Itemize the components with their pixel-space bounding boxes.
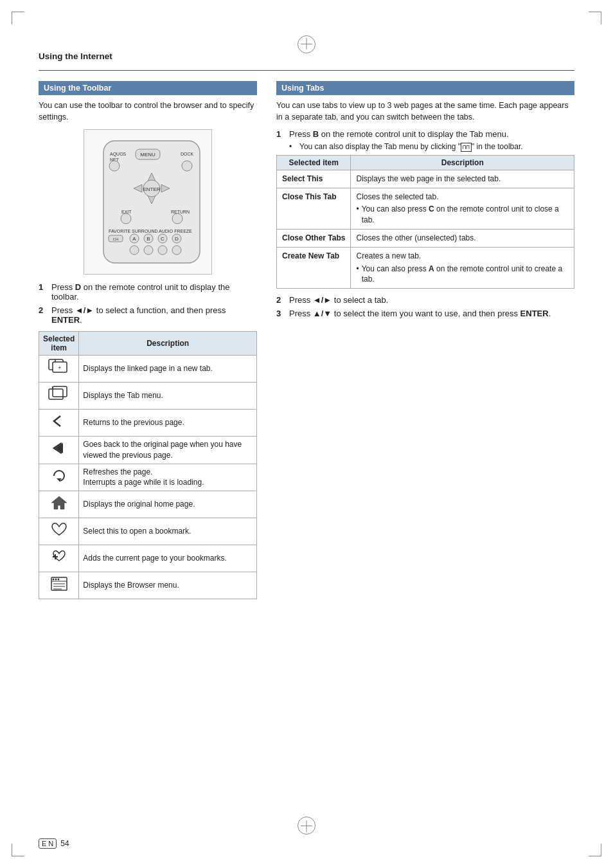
toolbar-step-2-text: Press ◄/► to select a function, and then… — [51, 305, 257, 325]
step-num-1: 1 — [39, 282, 48, 302]
svg-point-50 — [57, 579, 59, 581]
tabs-step-1-text: Press B on the remote control unit to di… — [289, 129, 574, 139]
toolbar-step-1-text: Press D on the remote control unit to di… — [51, 282, 257, 302]
original-page-icon — [48, 439, 71, 457]
footer-badge-n: N — [48, 840, 53, 847]
tabs-step-2-text: Press ◄/► to select a tab. — [289, 295, 574, 305]
tabs-desc-4-bullet: • You can also press A on the remote con… — [356, 264, 569, 285]
tabs-item-1: Select This — [277, 170, 351, 188]
tabs-desc-4: Creates a new tab. • You can also press … — [351, 247, 574, 288]
table-row: Select This Displays the web page in the… — [277, 170, 574, 188]
toolbar-table: Selected item Description + — [39, 331, 257, 599]
svg-text:FAVORITE SURROUND AUDIO FREEZE: FAVORITE SURROUND AUDIO FREEZE — [109, 229, 192, 233]
page-content: Using the Internet Using the Toolbar You… — [39, 51, 574, 606]
page-footer: E N 54 — [39, 838, 574, 849]
table-row: Refreshes the page.Interrupts a page whi… — [39, 464, 257, 491]
toolbar-desc-4: Goes back to the original page when you … — [79, 437, 257, 464]
table-row: Displays the Tab menu. — [39, 383, 257, 410]
svg-rect-37 — [49, 389, 63, 399]
svg-text:D: D — [175, 236, 179, 242]
svg-text:RETURN: RETURN — [171, 210, 190, 214]
tabs-item-3: Close Other Tabs — [277, 229, 351, 247]
toolbar-desc-6: Displays the original home page. — [79, 491, 257, 518]
tabs-step-2: 2 Press ◄/► to select a tab. — [276, 295, 574, 305]
tabs-item-2: Close This Tab — [277, 188, 351, 229]
home-icon — [48, 494, 71, 512]
tabs-step-3-text: Press ▲/▼ to select the item you want to… — [289, 309, 574, 318]
footer-badge: E N — [39, 838, 57, 849]
svg-point-31 — [158, 246, 167, 255]
left-column: Using the Toolbar You can use the toolba… — [39, 81, 257, 606]
table-row: Select this to open a bookmark. — [39, 518, 257, 545]
step-num-2: 2 — [39, 305, 48, 325]
bullet-dot-2: • — [356, 204, 359, 226]
svg-text:C: C — [161, 236, 164, 242]
remote-svg: AQUOS NET MENU DOCK — [97, 138, 206, 266]
svg-rect-38 — [53, 386, 67, 397]
table-row: Adds the current page to your bookmarks. — [39, 545, 257, 572]
bullet-dot-1: • — [289, 141, 296, 152]
table-row: Close This Tab Closes the selected tab. … — [277, 188, 574, 229]
svg-text:DOCK: DOCK — [181, 152, 194, 156]
toolbar-intro: You can use the toolbar to control the b… — [39, 100, 257, 123]
tabs-intro: You can use tabs to view up to 3 web pag… — [276, 100, 574, 123]
footer-page-number: 54 — [60, 839, 69, 848]
svg-text:MENU: MENU — [140, 152, 155, 158]
corner-mark-tr — [589, 12, 601, 24]
tabs-step-num-1: 1 — [276, 129, 285, 139]
svg-point-3 — [109, 161, 120, 171]
toolbar-desc-2: Displays the Tab menu. — [79, 383, 257, 410]
toolbar-icon-5 — [39, 464, 79, 491]
remote-image-area: AQUOS NET MENU DOCK — [39, 129, 257, 275]
tabs-step-1: 1 Press B on the remote control unit to … — [276, 129, 574, 139]
table-row: Goes back to the original page when you … — [39, 437, 257, 464]
toolbar-icon-6 — [39, 491, 79, 518]
toolbar-icon-3 — [39, 410, 79, 437]
corner-mark-tl — [12, 12, 24, 24]
tabs-desc-2: Closes the selected tab. • You can also … — [351, 188, 574, 229]
tabs-table-header-desc: Description — [351, 155, 574, 170]
toolbar-steps: 1 Press D on the remote control unit to … — [39, 282, 257, 325]
table-row: Displays the Browser menu. — [39, 572, 257, 599]
tabs-step-1-bullet: • You can also display the Tab menu by c… — [289, 141, 574, 152]
top-crosshair-v — [306, 38, 307, 50]
toolbar-desc-5: Refreshes the page.Interrupts a page whi… — [79, 464, 257, 491]
toolbar-desc-7: Select this to open a bookmark. — [79, 518, 257, 545]
back-icon — [48, 412, 71, 430]
tabs-step-1-bullet-text: You can also display the Tab menu by cli… — [299, 141, 523, 152]
svg-point-17 — [172, 213, 182, 224]
bottom-crosshair-v — [306, 820, 307, 832]
tabs-desc-4-bullet-text: You can also press A on the remote contr… — [362, 264, 569, 285]
tabs-step-3: 3 Press ▲/▼ to select the item you want … — [276, 309, 574, 318]
toolbar-section-header: Using the Toolbar — [39, 81, 257, 95]
svg-text:AQUOS: AQUOS — [110, 152, 127, 157]
right-column: Using Tabs You can use tabs to view up t… — [276, 81, 574, 606]
svg-text:CH: CH — [113, 237, 119, 241]
toolbar-icon-1: + — [39, 356, 79, 383]
bullet-dot-4: • — [356, 264, 359, 285]
table-row: Displays the original home page. — [39, 491, 257, 518]
toolbar-icon-2 — [39, 383, 79, 410]
svg-point-30 — [144, 246, 153, 255]
title-divider — [39, 70, 574, 71]
toolbar-step-2: 2 Press ◄/► to select a function, and th… — [39, 305, 257, 325]
toolbar-desc-1: Displays the linked page in a new tab. — [79, 356, 257, 383]
toolbar-icon-4 — [39, 437, 79, 464]
tab-icon: ⊓⊓ — [461, 143, 472, 152]
svg-text:B: B — [147, 236, 150, 242]
add-bookmark-icon — [48, 548, 71, 566]
two-col-layout: Using the Toolbar You can use the toolba… — [39, 81, 574, 606]
tabs-desc-1: Displays the web page in the selected ta… — [351, 170, 574, 188]
remote-box: AQUOS NET MENU DOCK — [84, 129, 212, 275]
browser-menu-icon — [48, 575, 71, 593]
tabs-item-4: Create New Tab — [277, 247, 351, 288]
toolbar-icon-8 — [39, 545, 79, 572]
bookmark-icon — [48, 521, 71, 539]
svg-point-48 — [52, 579, 54, 581]
svg-text:A: A — [132, 236, 136, 242]
tabs-section-header: Using Tabs — [276, 81, 574, 95]
svg-marker-43 — [51, 496, 67, 509]
refresh-icon — [48, 467, 71, 485]
table-row: Returns to the previous page. — [39, 410, 257, 437]
svg-text:+: + — [58, 365, 61, 371]
